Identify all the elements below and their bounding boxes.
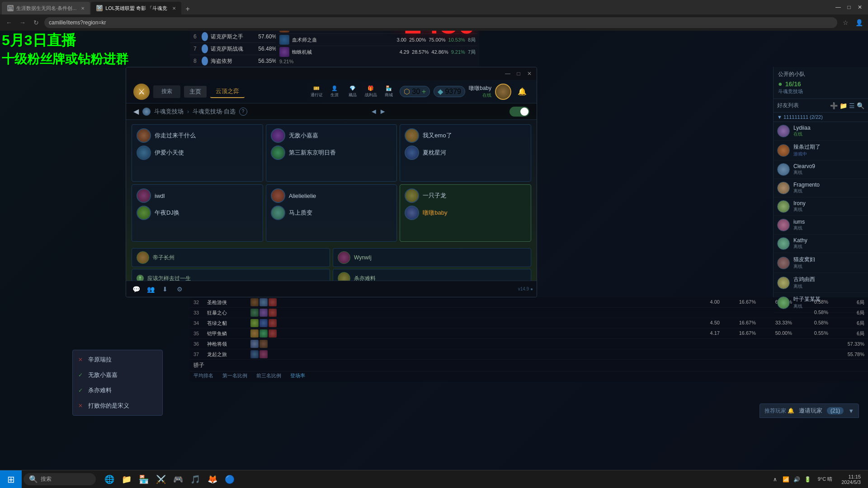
download-icon[interactable]: ⬇ [159, 283, 171, 296]
taskbar-music-icon[interactable]: 🎵 [187, 470, 203, 488]
minimize-button[interactable]: — [834, 3, 843, 12]
bookmark-star[interactable]: ☆ [840, 17, 851, 28]
ls-num-35-4: 0.55% [801, 330, 828, 337]
col-active: 登场率 [290, 372, 305, 379]
invite-panel-header[interactable]: 推荐玩家 🔔 邀请玩家 (21) ▼ [760, 404, 859, 418]
friend-avatar-frags [777, 182, 790, 194]
tab-2-label: LOL英雄联盟 奇影 「斗魂竞... [105, 5, 168, 12]
browser-tab-2[interactable]: ⚔️ LOL英雄联盟 奇影 「斗魂竞... ✕ [91, 2, 181, 14]
weather-temp: 9°C [818, 476, 826, 482]
maximize-button[interactable]: □ [844, 3, 854, 12]
lol-close[interactable]: ✕ [526, 70, 533, 77]
mode-info-button[interactable]: ? [239, 108, 247, 116]
chat-icon[interactable]: 💬 [130, 283, 142, 296]
ls-num-34-4: 0.58% [801, 320, 828, 327]
settings-icon[interactable]: ⚙ [173, 283, 186, 296]
rp-plus[interactable]: + [422, 88, 426, 96]
friends-icon[interactable]: 👥 [144, 283, 157, 296]
search-icon: 🔍 [29, 475, 38, 483]
lol-minimize[interactable]: — [504, 70, 511, 77]
friend-item-irony[interactable]: Irony 离线 [774, 197, 868, 216]
user-profile-button[interactable]: 👤 [854, 17, 864, 28]
address-bar-row: ← → ↻ ☆ 👤 [0, 14, 868, 31]
dropdown-item-1[interactable]: ✕ 辛原瑞拉 [73, 352, 162, 367]
friend-avatar-iums [777, 219, 790, 231]
ls-icons-36 [250, 340, 268, 348]
add-friend-button[interactable]: ➕ [830, 102, 838, 109]
friend-item-iums[interactable]: iums 离线 [774, 216, 868, 235]
dropdown-item-4[interactable]: ✕ 打败你的是宋义 [73, 398, 162, 413]
friend-item-spicy[interactable]: 辣条过期了 游戏中 [774, 141, 868, 160]
search-friends-icon[interactable]: 🔍 [857, 102, 864, 109]
next-mode-button[interactable]: ► [379, 108, 387, 116]
lol-store-search[interactable]: 搜索 [153, 85, 180, 98]
refresh-button[interactable]: ↻ [31, 17, 42, 28]
invite-panel: 推荐玩家 🔔 邀请玩家 (21) ▼ [760, 404, 859, 418]
friend-info-clearvo: Clearvo9 离线 [793, 163, 864, 176]
taskbar-lol-icon[interactable]: ⚔️ [153, 470, 169, 488]
taskbar-clock[interactable]: 11:15 2024/5/3 [838, 474, 864, 485]
list-view-icon[interactable]: ☰ [849, 102, 855, 109]
champ-avatar-4a [137, 188, 151, 203]
nav-home[interactable]: 主页 [184, 86, 207, 98]
taskbar-browser-icon[interactable]: 🌐 [101, 470, 118, 488]
nav-loot-icon[interactable]: 🎁 战利品 [363, 84, 378, 99]
ls-rank-35: 35 [193, 331, 204, 336]
player-avatar[interactable] [495, 84, 511, 100]
taskbar-store-icon[interactable]: 🏪 [136, 470, 152, 488]
champ-row-1a: 你走过来干什么 [137, 128, 258, 143]
taskbar-search[interactable]: 🔍 搜索 [24, 473, 96, 485]
tab-1-close[interactable]: ✕ [81, 6, 85, 11]
friend-name-kathy: Kathy [793, 237, 864, 244]
friend-item-frags[interactable]: Fragmento 离线 [774, 179, 868, 197]
taskbar-explorer-icon[interactable]: 📁 [118, 470, 135, 488]
tray-battery[interactable]: 🔋 [803, 475, 812, 484]
nav-career-icon[interactable]: 👤 生涯 [327, 84, 342, 99]
friend-item-gupi[interactable]: 猫皮窝妇 离线 [774, 253, 868, 273]
new-tab-button[interactable]: + [182, 4, 193, 14]
tray-network[interactable]: 📶 [782, 475, 791, 484]
nav-mode[interactable]: 云顶之弈 [210, 85, 245, 98]
taskbar-steam-icon[interactable]: 🎮 [170, 470, 186, 488]
champ-avatar-1a [137, 128, 151, 143]
friend-item-kathy[interactable]: Kathy 离线 [774, 235, 868, 253]
friend-status-spicy: 游戏中 [793, 151, 864, 157]
champ-row-5a: Alielielielie [271, 188, 392, 203]
forward-button[interactable]: → [17, 17, 28, 28]
friend-item-chicken[interactable]: 古鸡由西 离线 [774, 273, 868, 293]
invite-card-1: 帝子长州 [132, 248, 330, 267]
back-arrow-button[interactable]: ◀ [133, 107, 139, 116]
address-input[interactable] [44, 17, 837, 28]
dropdown-item-2[interactable]: ✓ 无敌小嘉嘉 [73, 367, 162, 383]
tab-1-label: 生涯数据生无同名·条件创... [16, 5, 76, 12]
browser-tab-1[interactable]: 🎮 生涯数据生无同名·条件创... ✕ [2, 2, 90, 14]
group-icon[interactable]: 📁 [840, 102, 847, 109]
mode-toggle[interactable] [509, 107, 529, 117]
friend-item-lydiaa[interactable]: Lydiiaa 在线 [774, 122, 868, 141]
prev-mode-button[interactable]: ◄ [370, 108, 377, 116]
champ-name-5b: 马上质变 [289, 209, 312, 217]
friend-item-leaf[interactable]: 叶子某某某 离线 [774, 293, 868, 313]
browser-controls: — □ ✕ [834, 3, 868, 12]
bell-icon[interactable]: 🔔 [515, 84, 529, 99]
champ-row-2a: 无敌小嘉嘉 [271, 128, 392, 143]
back-button[interactable]: ← [4, 17, 14, 28]
tray-chevron[interactable]: ∧ [771, 475, 780, 484]
taskbar-chrome-icon[interactable]: 🔵 [222, 470, 238, 488]
champ-card-4: iwdl 午夜DJ换 [132, 184, 263, 242]
dropdown-item-3[interactable]: ✓ 杀亦难料 [73, 383, 162, 398]
taskbar-app7-icon[interactable]: 🦊 [204, 470, 221, 488]
nav-shop-icon[interactable]: 🏪 商城 [382, 84, 396, 99]
nav-pass-icon[interactable]: 🎫 通行证 [309, 84, 324, 99]
start-button[interactable]: ⊞ [0, 470, 22, 488]
nav-collection-icon[interactable]: 💎 藏品 [345, 84, 360, 99]
squad-title: 公开的小队 [778, 70, 863, 78]
invite-dropdown-arrow: ▼ [848, 408, 854, 414]
lol-maximize[interactable]: □ [515, 70, 522, 77]
close-button[interactable]: ✕ [855, 3, 864, 12]
ls-icon-33-1 [250, 309, 259, 317]
friend-item-clearvo[interactable]: Clearvo9 离线 [774, 160, 868, 179]
tray-volume[interactable]: 🔊 [793, 475, 802, 484]
tab-2-close[interactable]: ✕ [172, 6, 176, 11]
invite-card-2: WynwIj [333, 248, 531, 267]
